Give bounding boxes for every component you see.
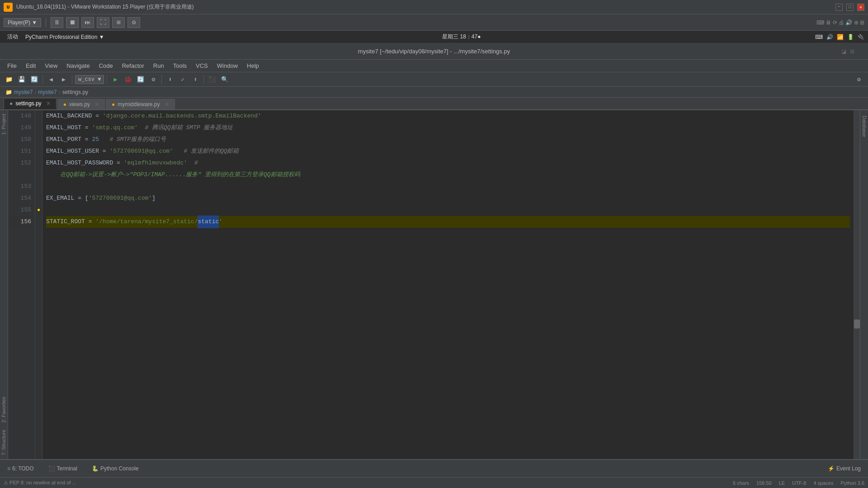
refresh-icon[interactable]: 🔄 (29, 74, 40, 85)
status-bar: ⚠ PEP 8: no newline at end of ... 6 char… (0, 477, 868, 488)
line-num-154: 154 (8, 192, 31, 204)
pycharm-title-bar: mysite7 [~/tedu/vip/day08/mysite7] - ...… (0, 43, 868, 60)
database-tab[interactable]: Database (861, 112, 868, 141)
python-console-label: Python Console (100, 465, 139, 472)
code-content[interactable]: EMAIL_BACKEND = 'django.core.mail.backen… (42, 110, 854, 459)
tab-mymiddleware-py[interactable]: ● mymiddleware.py ✕ (106, 99, 175, 109)
line-num-156: 156 (8, 216, 31, 228)
tab-close-2[interactable]: ✕ (94, 101, 99, 108)
menu-vcs[interactable]: VCS (192, 61, 212, 70)
menu-file[interactable]: File (4, 61, 20, 70)
line-num-153: 153 (8, 181, 31, 192)
settings-icon[interactable]: ⚙ (854, 74, 864, 85)
breadcrumb-file[interactable]: settings.py (62, 89, 88, 95)
python-console-tab[interactable]: 🐍 Python Console (88, 464, 142, 474)
code-line-153 (46, 181, 850, 192)
tab-label-middleware: mymiddleware.py (118, 101, 160, 108)
toolbar-sep-2 (72, 75, 72, 84)
editor-icon-2[interactable]: ⊞ (850, 48, 854, 55)
tab-close-1[interactable]: ✕ (46, 100, 51, 107)
editor-icon-1[interactable]: ◪ (841, 48, 846, 55)
ubuntu-app-menu[interactable]: PyCharm Professional Edition ▼ (22, 34, 108, 40)
code-line-152-cont: 在QQ邮箱->设置->帐户->"POP3/IMAP......服务" 里得到的在… (46, 169, 850, 181)
code-line-155 (46, 204, 850, 216)
breadcrumb: 📁 mysite7 › mysite7 › settings.py (0, 87, 868, 98)
line-num-152b: ··· (8, 169, 31, 181)
profile-button[interactable]: ⚙ (148, 74, 159, 85)
vertical-scrollbar[interactable] (854, 110, 860, 459)
code-line-152: EMAIL_HOST_PASSWORD = 'eqlmfhlmovxwbedc'… (46, 157, 850, 169)
favorites-tab[interactable]: 2: Favorites (0, 393, 8, 426)
project-tab[interactable]: 1: Project (0, 110, 8, 138)
tab-views-py[interactable]: ● views.py ✕ (57, 99, 105, 109)
vcs-update-icon[interactable]: ⬇ (165, 74, 175, 85)
back-icon[interactable]: ◀ (46, 74, 57, 85)
app-icon: U (4, 3, 13, 12)
player-menu[interactable]: Player(P) ▼ (4, 18, 41, 27)
toolbar-sep-4 (161, 75, 162, 84)
tab-settings-py[interactable]: ● settings.py ✕ (4, 98, 57, 109)
event-log-tab[interactable]: ⚡ Event Log (824, 464, 864, 474)
vm-unity-button[interactable]: ⊞ (112, 17, 125, 28)
vcs-push-icon[interactable]: ⬆ (190, 74, 201, 85)
indent: 4 spaces (813, 480, 833, 486)
toolbar: 📁 💾 🔄 ◀ ▶ w_csv ▼ ▶ 🐞 🔄 ⚙ ⬇ ✓ ⬆ ⬛ 🔍 ⚙ (0, 72, 868, 87)
menu-help[interactable]: Help (243, 61, 263, 70)
tab-label-settings: settings.py (15, 100, 41, 107)
vcs-commit-icon[interactable]: ✓ (177, 74, 188, 85)
ubuntu-datetime: 星期三 18：47● (442, 33, 481, 41)
run-button[interactable]: ▶ (110, 74, 121, 85)
menu-view[interactable]: View (41, 61, 61, 70)
open-folder-icon[interactable]: 📁 (4, 74, 14, 85)
terminal-tab[interactable]: ⬛ Terminal (45, 464, 81, 474)
ubuntu-taskbar: 活动 PyCharm Professional Edition ▼ 星期三 18… (0, 31, 868, 43)
code-line-156: STATIC_ROOT = '/home/tarena/mysite7_stat… (46, 216, 850, 228)
line-numbers: 148 149 150 151 152 ··· 153 154 155 156 (8, 110, 35, 459)
todo-tab[interactable]: ≡ 6: TODO (4, 464, 38, 474)
tab-close-3[interactable]: ✕ (165, 101, 169, 108)
left-tab-labels: 1: Project 2: Favorites 7: Structure (0, 110, 8, 459)
pep-warning: ⚠ PEP 8: no newline at end of ... (4, 480, 76, 486)
terminal-icon[interactable]: ⬛ (207, 74, 217, 85)
vm-stop-button[interactable]: ⏹ (66, 17, 79, 28)
toolbar-sep-1 (42, 75, 43, 84)
maximize-button[interactable]: □ (846, 4, 854, 11)
window-title: Ubuntu_18.04(1911) - VMware Workstation … (16, 3, 835, 11)
menu-refactor[interactable]: Refactor (118, 61, 148, 70)
menu-window[interactable]: Window (213, 61, 241, 70)
vm-settings-button[interactable]: ⚙ (127, 17, 140, 28)
tab-icon-3: ● (112, 101, 115, 108)
search-everywhere-icon[interactable]: 🔍 (219, 74, 230, 85)
save-icon[interactable]: 💾 (16, 74, 27, 85)
debug-button[interactable]: 🐞 (123, 74, 133, 85)
python-version: Python 3.6 (840, 480, 864, 486)
toolbar-sep-5 (203, 75, 204, 84)
title-bar: U Ubuntu_18.04(1911) - VMware Workstatio… (0, 0, 868, 14)
line-ending: LE (779, 480, 785, 486)
breadcrumb-app[interactable]: mysite7 (38, 89, 57, 95)
ubuntu-activities[interactable]: 活动 (4, 33, 22, 41)
line-num-149: 149 (8, 122, 31, 134)
run-config-dropdown[interactable]: w_csv ▼ (75, 75, 104, 84)
structure-tab[interactable]: 7: Structure (0, 426, 8, 459)
char-count: 6 chars (733, 480, 749, 486)
menu-run[interactable]: Run (150, 61, 168, 70)
forward-icon[interactable]: ▶ (58, 74, 69, 85)
vm-forward-button[interactable]: ⏭ (81, 17, 94, 28)
vm-fullscreen-button[interactable]: ⛶ (97, 17, 109, 28)
coverage-button[interactable]: 🔄 (135, 74, 146, 85)
event-log-label: Event Log (836, 465, 861, 472)
close-button[interactable]: ✕ (857, 4, 864, 11)
line-num-155: 155 (8, 204, 31, 216)
code-editor[interactable]: 148 149 150 151 152 ··· 153 154 155 156 (8, 110, 860, 459)
pause-button[interactable]: ⏸ (51, 17, 63, 28)
minimize-button[interactable]: ─ (835, 4, 843, 11)
menu-navigate[interactable]: Navigate (63, 61, 93, 70)
todo-label: 6: TODO (12, 465, 34, 472)
breadcrumb-root[interactable]: mysite7 (14, 89, 33, 95)
menu-code[interactable]: Code (95, 61, 117, 70)
bottom-panel: ≡ 6: TODO ⬛ Terminal 🐍 Python Console ⚡ … (0, 459, 868, 477)
menu-edit[interactable]: Edit (22, 61, 39, 70)
menu-tools[interactable]: Tools (170, 61, 190, 70)
ubuntu-system-tray: ⌨🔊📶🔋🔌 (815, 34, 864, 40)
